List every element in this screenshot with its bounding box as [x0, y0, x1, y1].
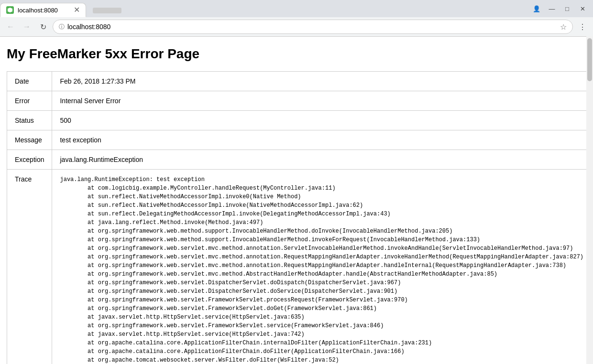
row-value: 500 — [52, 111, 592, 130]
browser-menu-button[interactable]: ⋮ — [576, 20, 589, 33]
close-icon: ✕ — [580, 5, 585, 12]
row-value: Feb 26, 2018 1:27:33 PM — [52, 72, 592, 91]
row-value: test exception — [52, 130, 592, 150]
row-label: Status — [7, 111, 52, 130]
lock-icon: ⓘ — [59, 23, 65, 31]
inactive-tab[interactable] — [87, 4, 127, 17]
trace-row: Tracejava.lang.RuntimeException: test ex… — [7, 170, 592, 364]
back-button[interactable]: ← — [4, 20, 17, 33]
menu-icon: ⋮ — [579, 22, 586, 32]
profile-icon: 👤 — [533, 5, 540, 12]
trace-label: Trace — [7, 170, 52, 364]
tab-inactive-label — [93, 8, 121, 13]
tab-favicon — [6, 6, 14, 14]
table-row: DateFeb 26, 2018 1:27:33 PM — [7, 72, 592, 91]
reload-button[interactable]: ↻ — [36, 20, 50, 33]
error-table: DateFeb 26, 2018 1:27:33 PMErrorInternal… — [7, 71, 592, 364]
close-button[interactable]: ✕ — [576, 2, 589, 15]
table-row: Messagetest exception — [7, 130, 592, 150]
table-row: Status500 — [7, 111, 592, 130]
row-label: Error — [7, 91, 52, 111]
row-value: java.lang.RuntimeException — [52, 150, 592, 170]
reload-icon: ↻ — [40, 22, 46, 32]
scrollbar-thumb[interactable] — [587, 38, 592, 81]
forward-icon: → — [23, 22, 31, 31]
profile-button[interactable]: 👤 — [530, 2, 543, 15]
active-tab[interactable]: localhost:8080 ✕ — [0, 3, 86, 17]
row-label: Exception — [7, 150, 52, 170]
scrollbar[interactable] — [586, 36, 593, 364]
back-icon: ← — [7, 22, 14, 31]
page-content: My FreeMarker 5xx Error Page DateFeb 26,… — [0, 37, 579, 364]
row-label: Date — [7, 72, 52, 91]
tab-close-button[interactable]: ✕ — [74, 6, 80, 14]
minimize-button[interactable]: — — [545, 2, 559, 15]
page-title: My FreeMarker 5xx Error Page — [7, 46, 569, 62]
address-bar-wrapper: ⓘ ☆ — [53, 20, 573, 34]
table-row: Exceptionjava.lang.RuntimeException — [7, 150, 592, 170]
window-controls: 👤 — □ ✕ — [530, 2, 589, 15]
row-value: Internal Server Error — [52, 91, 592, 111]
bookmark-icon[interactable]: ☆ — [560, 22, 567, 32]
forward-button[interactable]: → — [20, 20, 33, 33]
maximize-button[interactable]: □ — [560, 2, 574, 15]
trace-value: java.lang.RuntimeException: test excepti… — [52, 170, 592, 364]
table-row: ErrorInternal Server Error — [7, 91, 592, 111]
tab-label: localhost:8080 — [18, 7, 58, 14]
address-input[interactable] — [67, 23, 557, 31]
navigation-bar: ← → ↻ ⓘ ☆ ⋮ — [0, 17, 593, 36]
row-label: Message — [7, 130, 52, 150]
minimize-icon: — — [549, 5, 555, 12]
maximize-icon: □ — [565, 5, 569, 12]
